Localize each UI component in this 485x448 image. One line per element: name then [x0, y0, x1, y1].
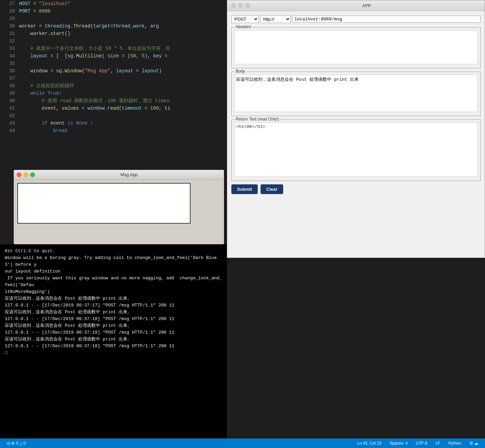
- line-number: 42: [3, 112, 15, 119]
- line-number: 29: [3, 15, 15, 22]
- code-line: 43 if event is None :: [0, 119, 228, 127]
- line-content: layout = [ [sg.Multiline( size = (50, 5)…: [19, 52, 167, 60]
- btn-row: Submit Clear: [231, 184, 481, 194]
- line-content: worker.start(): [19, 30, 70, 37]
- line-number: 40: [3, 97, 15, 105]
- status-position: Ln 43, Col 23: [357, 441, 381, 446]
- line-number: 39: [3, 90, 15, 97]
- code-line: 36 window = sg.Window("Msg App", layout …: [0, 67, 228, 75]
- body-textarea[interactable]: 应该可以收到，这条消息会在 Post 处理函数中 print 出来: [234, 75, 478, 112]
- status-icons: ⚙ ☁: [469, 441, 478, 446]
- code-line: 35: [0, 60, 228, 67]
- terminal-line: 127.0.0.1 - - [17/Dec/2019 00:37:17] "PO…: [5, 302, 223, 309]
- code-line: 27HOST = "localhost": [0, 0, 228, 7]
- status-line-ending: LF: [435, 441, 440, 446]
- return-label: Return Text (read Only!): [234, 117, 281, 122]
- maximize-button[interactable]: [30, 172, 35, 177]
- line-number: 27: [3, 0, 15, 7]
- code-line: 39 while True:: [0, 90, 228, 97]
- terminal-line: ltNoMoreNagging'): [5, 288, 223, 295]
- app-body: POST GET PUT DELETE http:// https:// Hea…: [227, 11, 485, 198]
- submit-button[interactable]: Submit: [231, 184, 258, 194]
- return-textarea: <h1>OK</h1>: [234, 123, 478, 177]
- line-number: 30: [3, 22, 15, 30]
- line-number: 32: [3, 37, 15, 45]
- terminal: Hit Ctrl-C to quit.Window will be a bori…: [0, 244, 228, 448]
- msg-app-title: Msg App: [37, 172, 221, 177]
- terminal-line: If you seriously want this gray window a…: [5, 275, 223, 288]
- code-line: 42: [0, 112, 228, 119]
- code-line: 44 break: [0, 127, 228, 134]
- body-label: Body: [234, 69, 246, 74]
- msg-app-window: Msg App: [14, 170, 224, 244]
- line-number: 37: [3, 75, 15, 82]
- line-content: break: [19, 127, 68, 134]
- headers-label: Headers: [234, 24, 252, 29]
- status-encoding: UTF-8: [416, 441, 427, 446]
- line-content: # 使用 read 函数异步模式，100 毫秒超时，通过 timeo: [19, 97, 169, 105]
- status-left: v) ⊗ 0 △ 0: [7, 441, 26, 446]
- clear-button[interactable]: Clear: [261, 184, 283, 194]
- status-bar: v) ⊗ 0 △ 0 Ln 43, Col 23 Spaces: 4 UTF-8…: [0, 438, 485, 448]
- right-bg: [227, 258, 485, 448]
- app-titlebar: APP: [227, 0, 485, 11]
- terminal-line: 127.0.0.1 - - [17/Dec/2019 00:37:18] "PO…: [5, 343, 223, 350]
- code-line: 28PORT = 8080: [0, 7, 228, 15]
- minimize-button[interactable]: [23, 172, 28, 177]
- code-line: 37: [0, 75, 228, 82]
- line-number: 31: [3, 30, 15, 37]
- status-language: Python: [448, 441, 461, 446]
- terminal-line: 应该可以收到，这条消息会在 Post 处理函数中 print 出来。: [5, 309, 223, 316]
- line-number: 35: [3, 60, 15, 67]
- code-line: 40 # 使用 read 函数异步模式，100 毫秒超时，通过 timeo: [0, 97, 228, 105]
- app-title: APP: [253, 3, 481, 8]
- line-number: 38: [3, 82, 15, 90]
- terminal-line: 应该可以收到，这条消息会在 Post 处理函数中 print 出来。: [5, 322, 223, 329]
- line-content: worker = threading.Thread(target=thread_…: [19, 22, 159, 30]
- app-close-button[interactable]: [231, 3, 236, 8]
- line-content: # 主线程里的死循环: [19, 82, 74, 90]
- code-line: 38 # 主线程里的死循环: [0, 82, 228, 90]
- app-minimize-button[interactable]: [238, 3, 243, 8]
- line-content: while True:: [19, 90, 62, 97]
- terminal-line: our layout definition: [5, 268, 223, 275]
- line-number: 33: [3, 45, 15, 52]
- app-window: APP POST GET PUT DELETE http:// https://…: [227, 0, 485, 258]
- line-number: 28: [3, 7, 15, 15]
- msg-app-body: [14, 180, 224, 229]
- line-number: 36: [3, 67, 15, 75]
- url-input[interactable]: [292, 16, 481, 23]
- status-errors: v) ⊗ 0 △ 0: [7, 441, 26, 446]
- method-select[interactable]: POST GET PUT DELETE: [231, 15, 259, 23]
- terminal-line: Hit Ctrl-C to quit.: [5, 248, 223, 255]
- line-content: event, values = window.read(timeout = 10…: [19, 105, 170, 112]
- code-line: 30worker = threading.Thread(target=threa…: [0, 22, 228, 30]
- terminal-line: □: [5, 350, 223, 356]
- line-number: 34: [3, 52, 15, 60]
- line-number: 41: [3, 105, 15, 112]
- terminal-line: 127.0.0.1 - - [17/Dec/2019 00:37:18] "PO…: [5, 316, 223, 322]
- code-line: 31 worker.start(): [0, 30, 228, 37]
- msg-app-titlebar: Msg App: [14, 170, 224, 180]
- terminal-line: 127.0.0.1 - - [17/Dec/2019 00:37:18] "PO…: [5, 329, 223, 336]
- status-spaces: Spaces: 4: [390, 441, 408, 446]
- code-line: 34 layout = [ [sg.Multiline( size = (50,…: [0, 52, 228, 60]
- code-line: 29: [0, 15, 228, 22]
- line-number: 44: [3, 127, 15, 134]
- code-line: 33 # 就显示一个多行文本框，大小是 50 * 5，单位是应为字符，并: [0, 45, 228, 52]
- close-button[interactable]: [17, 172, 21, 177]
- terminal-line: 应该可以收到，这条消息会在 Post 处理函数中 print 出来。: [5, 295, 223, 302]
- return-group: Return Text (read Only!) <h1>OK</h1>: [231, 119, 481, 181]
- line-content: # 就显示一个多行文本框，大小是 50 * 5，单位是应为字符，并: [19, 45, 170, 52]
- url-row: POST GET PUT DELETE http:// https://: [231, 15, 481, 23]
- line-number: 43: [3, 119, 15, 127]
- line-content: PORT = 8080: [19, 7, 50, 15]
- msg-textarea[interactable]: [17, 183, 191, 224]
- protocol-select[interactable]: http:// https://: [260, 15, 291, 23]
- line-content: window = sg.Window("Msg App", layout = l…: [19, 67, 162, 75]
- headers-textarea[interactable]: [234, 30, 478, 64]
- app-maximize-button[interactable]: [246, 3, 250, 8]
- body-group: Body 应该可以收到，这条消息会在 Post 处理函数中 print 出来: [231, 72, 481, 116]
- code-line: 32: [0, 37, 228, 45]
- line-content: HOST = "localhost": [19, 0, 70, 7]
